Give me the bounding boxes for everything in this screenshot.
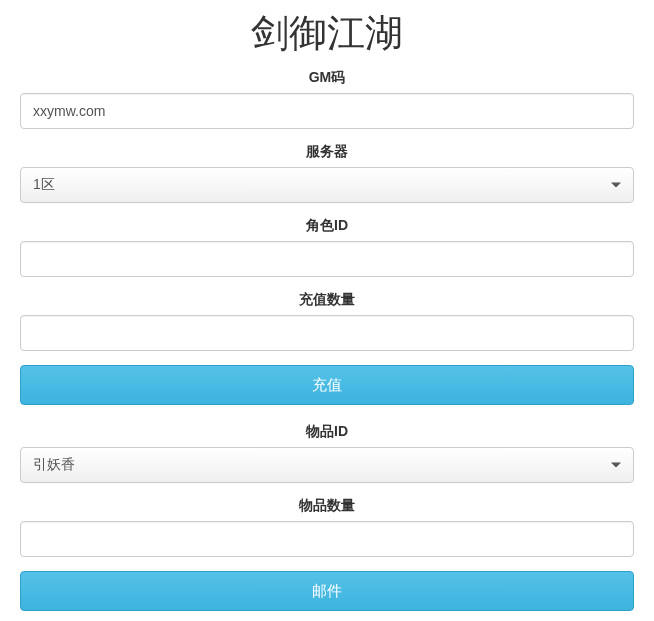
input-item-qty[interactable] xyxy=(20,521,634,557)
select-server-value: 1区 xyxy=(33,176,55,194)
form-container: 剑御江湖 GM码 服务器 1区 角色ID 充值数量 充值 物品ID 引妖香 物品… xyxy=(0,8,654,621)
mail-button[interactable]: 邮件 xyxy=(20,571,634,611)
label-item-id: 物品ID xyxy=(20,423,634,441)
label-role-id: 角色ID xyxy=(20,217,634,235)
page-title: 剑御江湖 xyxy=(20,8,634,59)
select-item[interactable]: 引妖香 xyxy=(20,447,634,483)
caret-down-icon xyxy=(611,463,621,468)
input-role-id[interactable] xyxy=(20,241,634,277)
label-server: 服务器 xyxy=(20,143,634,161)
select-item-value: 引妖香 xyxy=(33,456,75,474)
label-item-qty: 物品数量 xyxy=(20,497,634,515)
label-gm-code: GM码 xyxy=(20,69,634,87)
group-recharge-qty: 充值数量 xyxy=(20,291,634,351)
input-recharge-qty[interactable] xyxy=(20,315,634,351)
caret-down-icon xyxy=(611,183,621,188)
input-gm-code[interactable] xyxy=(20,93,634,129)
group-role-id: 角色ID xyxy=(20,217,634,277)
label-recharge-qty: 充值数量 xyxy=(20,291,634,309)
recharge-button[interactable]: 充值 xyxy=(20,365,634,405)
select-server[interactable]: 1区 xyxy=(20,167,634,203)
group-item-qty: 物品数量 xyxy=(20,497,634,557)
group-server: 服务器 1区 xyxy=(20,143,634,203)
group-gm-code: GM码 xyxy=(20,69,634,129)
group-item-id: 物品ID 引妖香 xyxy=(20,423,634,483)
